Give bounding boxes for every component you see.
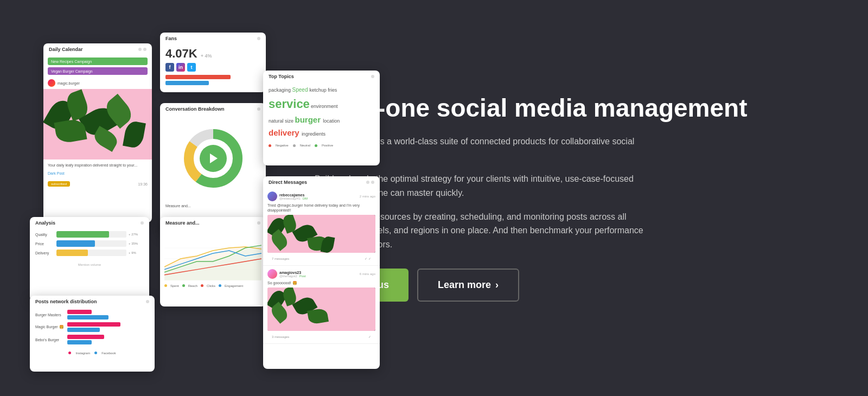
dm-name-1: rebeccajames (279, 193, 308, 197)
analysis-row-price: Price + 35% (35, 240, 144, 247)
fans-bar-red (165, 75, 231, 79)
dm-message-1: rebeccajames @rebeccaj241 DM 2 mins ago … (263, 188, 380, 266)
dm-avatar-2 (267, 269, 277, 279)
subscribe-button[interactable]: subscribed (48, 181, 70, 187)
donut-chart (160, 115, 266, 202)
widget-title: Measure and... (165, 220, 200, 226)
instagram-legend-dot (68, 352, 71, 354)
cta-buttons: Speak to us Learn more › (315, 269, 825, 302)
topics-legend: Negative Neutral Positive (263, 143, 380, 148)
widget-title: Analysis (35, 220, 55, 226)
dm-footer-2: 3 messages ✓ (267, 333, 375, 340)
dm-image-2 (267, 288, 375, 331)
neutral-dot (293, 144, 296, 147)
instagram-icon: in (176, 63, 185, 72)
fans-bar-blue (165, 81, 209, 85)
fans-count: 4.07K (165, 47, 197, 61)
analysis-footer: Mention volume (30, 261, 149, 269)
play-triangle-icon (210, 154, 218, 163)
facebook-icon: f (165, 63, 174, 72)
word-cloud: packaging Speed ketchup fries service en… (263, 82, 380, 143)
dark-post-label: Dark Post (43, 171, 152, 179)
cal-caption: Your daily leafy inspiration delivered s… (43, 159, 152, 171)
widget-title: Fans (165, 36, 177, 41)
widget-dot (371, 75, 374, 78)
widget-title: Conversation Breakdown (165, 106, 225, 112)
dm-message-2: amagiovs23 @theraigot2 Post 6 mins ago S… (263, 266, 380, 344)
dm-handle-2: @theraigot2 (279, 274, 297, 278)
learn-more-button[interactable]: Learn more › (417, 269, 519, 302)
dm-status-1: DM (303, 197, 308, 200)
dm-avatar-1 (267, 191, 277, 201)
analysis-widget: Analysis Quality + 27% Price + 35% Deliv… (30, 217, 149, 301)
campaign-bar-1: New Recipes Campaign (48, 58, 148, 65)
posts-row-2: Magic Burger 🍔 (35, 322, 149, 332)
posts-bars: Burger Masters Magic Burger 🍔 Bebo's Bur… (30, 308, 155, 349)
quality-bar (56, 231, 109, 238)
delivery-bar (56, 250, 88, 256)
widget-dot (371, 181, 374, 184)
dm-meta-2: amagiovs23 @theraigot2 Post 6 mins ago (267, 269, 375, 279)
negative-dot (269, 144, 271, 147)
campaign-bar-2: Vegan Burger Campaign (48, 67, 148, 75)
widget-dot (257, 221, 260, 225)
dm-handle-1: @rebeccaj241 (279, 197, 301, 200)
measure-chart (160, 229, 266, 283)
ig-bar (67, 310, 92, 314)
widget-title: Daily Calendar (49, 47, 83, 52)
positive-dot (315, 144, 317, 147)
dm-type-2: Post (299, 274, 306, 278)
cal-footer: subscribed 19:36 (43, 179, 152, 189)
direct-messages-widget: Direct Messages rebeccajames @rebeccaj24… (263, 176, 380, 369)
ig-bar (67, 335, 104, 339)
cal-time: 19:36 (138, 182, 148, 186)
widget-dot (366, 181, 369, 184)
facebook-legend-dot (94, 352, 97, 354)
posts-legend: Instagram Facebook (30, 349, 155, 357)
posts-widget: Posts network distribution Burger Master… (30, 296, 155, 372)
dm-meta-1: rebeccajames @rebeccaj241 DM 2 mins ago (267, 191, 375, 201)
measure-widget: Measure and... Spent Reach Clicks (160, 217, 266, 306)
twitter-icon: t (187, 63, 196, 72)
widget-title: Top Topics (269, 74, 294, 79)
widget-dot (146, 300, 149, 303)
fans-bars (160, 74, 266, 86)
dm-text-1: Tried @magic.burger home delivery today … (267, 203, 375, 213)
line-chart-svg (164, 231, 261, 281)
widget-dot (257, 107, 260, 111)
profile-icon (48, 79, 55, 87)
topics-widget: Top Topics packaging Speed ketchup fries… (263, 71, 380, 165)
fb-bar (67, 315, 108, 320)
play-button[interactable] (200, 145, 227, 172)
dm-time-2: 6 mins ago (360, 272, 375, 276)
fans-widget: Fans 4.07K + 4% f in t (160, 33, 266, 92)
analysis-bars: Quality + 27% Price + 35% Delivery + 9% (30, 229, 149, 261)
widget-dot (257, 37, 260, 40)
main-heading: All-in-one social media management (315, 94, 825, 122)
dm-time-1: 2 mins ago (360, 195, 375, 198)
price-bar (56, 240, 95, 247)
learn-more-label: Learn more (438, 279, 491, 291)
analysis-row-quality: Quality + 27% (35, 231, 144, 238)
chevron-right-icon: › (495, 279, 499, 291)
dm-footer-1: 7 messages ✓ ✓ (267, 255, 375, 262)
measure-label: Measure and... (160, 202, 266, 210)
cal-profile: magic.burger (43, 77, 152, 89)
posts-row-3: Bebo's Burger (35, 335, 149, 344)
dm-name-2: amagiovs23 (279, 271, 306, 274)
widget-title: Posts network distribution (35, 299, 97, 304)
analysis-row-delivery: Delivery + 9% (35, 250, 144, 256)
dashboard-preview: Daily Calendar New Recipes Campaign Vega… (0, 0, 271, 396)
measure-legend: Spent Reach Clicks Engagement (160, 283, 266, 289)
ig-bar (67, 322, 120, 327)
posts-row-1: Burger Masters (35, 310, 149, 320)
dm-text-2: So gooooood! 🍔 (267, 280, 375, 285)
daily-calendar-widget: Daily Calendar New Recipes Campaign Vega… (43, 43, 152, 222)
widget-title: Direct Messages (269, 180, 307, 185)
fb-bar (67, 328, 100, 332)
widget-dot (141, 221, 144, 225)
conversation-widget: Conversation Breakdown Measure and... (160, 103, 266, 236)
fb-bar (67, 340, 92, 344)
widget-dot (143, 48, 146, 51)
social-icons-row: f in t (160, 63, 266, 74)
